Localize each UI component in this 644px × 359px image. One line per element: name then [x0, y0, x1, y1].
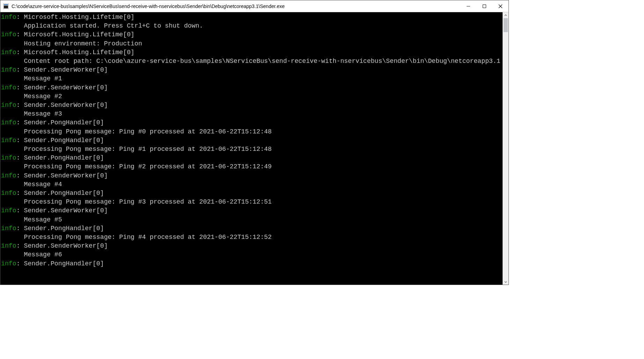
scroll-up-button[interactable]	[503, 12, 508, 18]
log-source: : Sender.SenderWorker[0]	[16, 207, 108, 214]
log-source: : Sender.PongHandler[0]	[16, 260, 104, 267]
vertical-scrollbar[interactable]	[503, 12, 508, 285]
log-source: : Sender.PongHandler[0]	[16, 119, 104, 126]
log-source: : Sender.PongHandler[0]	[16, 190, 104, 197]
content-area: info: Microsoft.Hosting.Lifetime[0] Appl…	[0, 12, 508, 285]
log-level: info	[1, 207, 16, 214]
log-body: Message #5	[1, 215, 503, 224]
minimize-button[interactable]	[460, 0, 476, 12]
log-level: info	[1, 14, 16, 21]
log-body: Application started. Press Ctrl+C to shu…	[1, 22, 503, 30]
log-body: Processing Pong message: Ping #2 process…	[1, 162, 503, 171]
log-line-header: info: Sender.PongHandler[0]	[1, 154, 503, 162]
log-level: info	[1, 31, 16, 38]
log-line-header: info: Sender.SenderWorker[0]	[1, 171, 503, 180]
log-source: : Sender.SenderWorker[0]	[16, 172, 108, 179]
log-line-header: info: Sender.PongHandler[0]	[1, 118, 503, 127]
log-body: Message #3	[1, 110, 503, 118]
log-line-header: info: Sender.SenderWorker[0]	[1, 83, 503, 92]
log-level: info	[1, 66, 16, 73]
titlebar[interactable]: C:\code\azure-service-bus\samples\NServi…	[0, 0, 508, 12]
log-line-header: info: Sender.PongHandler[0]	[1, 136, 503, 145]
log-level: info	[1, 84, 16, 91]
log-source: : Microsoft.Hosting.Lifetime[0]	[16, 49, 134, 56]
log-body: Content root path: C:\code\azure-service…	[1, 57, 503, 66]
maximize-button[interactable]	[476, 0, 492, 12]
log-line-header: info: Microsoft.Hosting.Lifetime[0]	[1, 30, 503, 39]
log-level: info	[1, 119, 16, 126]
log-line-header: info: Sender.PongHandler[0]	[1, 224, 503, 233]
svg-rect-1	[4, 4, 8, 5]
close-button[interactable]	[492, 0, 508, 12]
log-level: info	[1, 102, 16, 109]
log-body: Message #4	[1, 180, 503, 189]
log-level: info	[1, 172, 16, 179]
log-source: : Sender.PongHandler[0]	[16, 137, 104, 144]
log-line-header: info: Microsoft.Hosting.Lifetime[0]	[1, 13, 503, 22]
scroll-down-button[interactable]	[503, 279, 508, 285]
log-level: info	[1, 137, 16, 144]
app-icon	[3, 3, 9, 9]
log-body: Processing Pong message: Ping #0 process…	[1, 127, 503, 136]
log-body: Processing Pong message: Ping #4 process…	[1, 233, 503, 242]
log-source: : Sender.PongHandler[0]	[16, 154, 104, 161]
log-body: Processing Pong message: Ping #3 process…	[1, 198, 503, 206]
scrollbar-track[interactable]	[503, 18, 508, 279]
log-source: : Sender.SenderWorker[0]	[16, 84, 108, 91]
log-level: info	[1, 154, 16, 161]
log-line-header: info: Sender.SenderWorker[0]	[1, 242, 503, 250]
log-source: : Sender.SenderWorker[0]	[16, 102, 108, 109]
window-controls	[460, 0, 508, 12]
log-level: info	[1, 190, 16, 197]
log-source: : Sender.SenderWorker[0]	[16, 66, 108, 73]
console-output[interactable]: info: Microsoft.Hosting.Lifetime[0] Appl…	[0, 12, 503, 285]
log-line-header: info: Sender.PongHandler[0]	[1, 259, 503, 268]
log-body: Message #2	[1, 92, 503, 101]
log-level: info	[1, 225, 16, 232]
window-title: C:\code\azure-service-bus\samples\NServi…	[12, 3, 460, 9]
log-level: info	[1, 49, 16, 56]
log-line-header: info: Sender.SenderWorker[0]	[1, 206, 503, 215]
log-line-header: info: Microsoft.Hosting.Lifetime[0]	[1, 48, 503, 57]
log-line-header: info: Sender.SenderWorker[0]	[1, 66, 503, 74]
svg-rect-2	[4, 6, 8, 8]
log-line-header: info: Sender.PongHandler[0]	[1, 189, 503, 198]
log-body: Processing Pong message: Ping #1 process…	[1, 145, 503, 154]
log-level: info	[1, 260, 16, 267]
log-line-header: info: Sender.SenderWorker[0]	[1, 101, 503, 110]
console-window: C:\code\azure-service-bus\samples\NServi…	[0, 0, 509, 285]
svg-rect-4	[483, 5, 486, 8]
log-body: Message #1	[1, 74, 503, 83]
log-level: info	[1, 242, 16, 249]
log-body: Message #6	[1, 250, 503, 259]
log-body: Hosting environment: Production	[1, 39, 503, 48]
log-source: : Microsoft.Hosting.Lifetime[0]	[16, 31, 134, 38]
log-source: : Microsoft.Hosting.Lifetime[0]	[16, 14, 134, 21]
scrollbar-thumb[interactable]	[504, 18, 508, 32]
log-source: : Sender.SenderWorker[0]	[16, 242, 108, 249]
log-source: : Sender.PongHandler[0]	[16, 225, 104, 232]
